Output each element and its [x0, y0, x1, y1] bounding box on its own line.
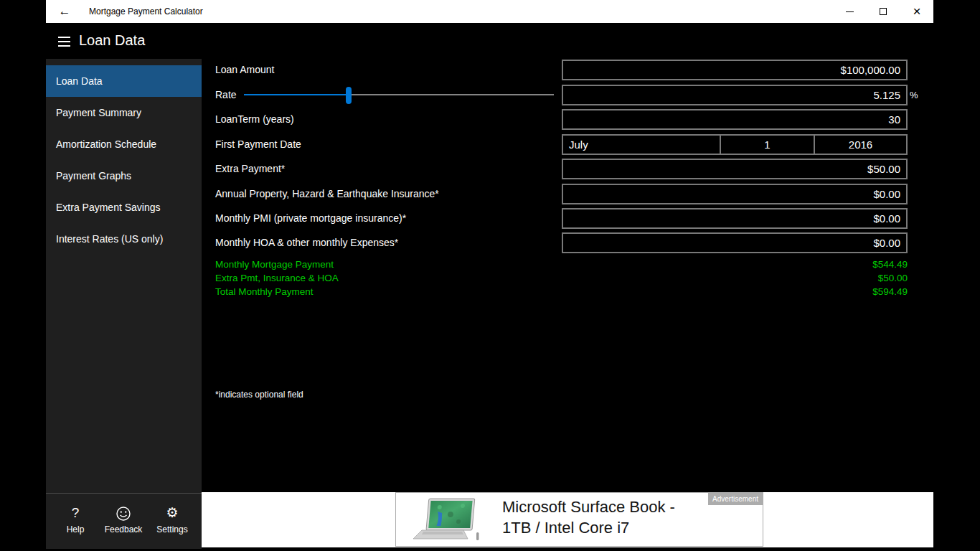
- maximize-button[interactable]: [867, 0, 900, 23]
- advertisement-badge: Advertisement: [708, 493, 763, 505]
- sidebar-item-extra-payment-savings[interactable]: Extra Payment Savings: [46, 192, 202, 223]
- rate-unit-label: %: [910, 85, 918, 105]
- optional-field-note: *indicates optional field: [215, 390, 303, 400]
- ad-text: Microsoft Surface Book - 1TB / Intel Cor…: [502, 496, 675, 538]
- pmi-input[interactable]: [562, 208, 908, 229]
- surface-book-image: [407, 497, 488, 546]
- feedback-button[interactable]: Feedback: [101, 504, 146, 534]
- rate-slider-thumb[interactable]: [346, 87, 352, 104]
- sidebar-footer: ? Help Feedback ⚙ Settings: [46, 493, 202, 549]
- ad-strip: Microsoft Surface Book - 1TB / Intel Cor…: [202, 492, 933, 547]
- loan-amount-label: Loan Amount: [215, 60, 275, 80]
- total-monthly-payment-value: $594.49: [872, 285, 908, 298]
- sidebar-item-amortization-schedule[interactable]: Amortization Schedule: [46, 128, 202, 160]
- pmi-label: Monthly PMI (private mortgage insurance)…: [215, 208, 406, 229]
- date-day-cell[interactable]: 1: [720, 136, 814, 154]
- titlebar: ← Mortgage Payment Calculator ×: [46, 0, 933, 23]
- close-button[interactable]: ×: [900, 0, 933, 23]
- ad-title-line2: 1TB / Intel Core i7: [502, 517, 675, 538]
- rate-input[interactable]: [562, 85, 908, 105]
- date-month-cell[interactable]: July: [563, 136, 720, 154]
- loan-term-label: LoanTerm (years): [215, 109, 294, 130]
- first-payment-date-picker: July 1 2016: [562, 134, 908, 155]
- sidebar-item-payment-graphs[interactable]: Payment Graphs: [46, 160, 202, 192]
- settings-button[interactable]: ⚙ Settings: [150, 504, 194, 534]
- help-label: Help: [53, 524, 98, 534]
- ad-banner[interactable]: Microsoft Surface Book - 1TB / Intel Cor…: [395, 492, 763, 547]
- smiley-face-icon: [101, 504, 146, 522]
- hamburger-icon[interactable]: [58, 37, 72, 47]
- feedback-label: Feedback: [101, 524, 146, 534]
- window-title: Mortgage Payment Calculator: [89, 0, 203, 23]
- ad-title-line1: Microsoft Surface Book -: [502, 496, 675, 517]
- minimize-button[interactable]: [833, 0, 866, 23]
- rate-slider[interactable]: [244, 85, 554, 105]
- date-year-cell[interactable]: 2016: [814, 136, 906, 154]
- help-button[interactable]: ? Help: [53, 504, 98, 534]
- loan-term-input[interactable]: [562, 109, 908, 130]
- gear-icon: ⚙: [150, 504, 194, 522]
- extra-pmt-insurance-hoa-value: $50.00: [878, 271, 908, 285]
- loan-amount-input[interactable]: [562, 60, 908, 80]
- settings-label: Settings: [150, 524, 194, 534]
- first-payment-date-label: First Payment Date: [215, 134, 301, 155]
- total-monthly-payment-label: Total Monthly Payment: [215, 285, 314, 298]
- minimize-icon: [846, 11, 854, 12]
- extra-payment-label: Extra Payment*: [215, 159, 285, 179]
- sidebar-item-payment-summary[interactable]: Payment Summary: [46, 97, 202, 128]
- monthly-mortgage-payment-label: Monthly Mortgage Payment: [215, 258, 334, 271]
- maximize-icon: [880, 8, 887, 15]
- back-arrow-icon: ←: [59, 4, 71, 18]
- close-icon: ×: [913, 0, 920, 23]
- insurance-label: Annual Property, Hazard & Earthquake Ins…: [215, 184, 439, 204]
- sidebar-nav: Loan Data Payment Summary Amortization S…: [46, 65, 202, 255]
- sidebar-item-loan-data[interactable]: Loan Data: [46, 65, 202, 97]
- page-title: Loan Data: [79, 32, 145, 49]
- rate-label: Rate: [215, 85, 237, 105]
- sidebar: Loan Data Payment Summary Amortization S…: [46, 59, 202, 549]
- back-button[interactable]: ←: [53, 0, 76, 23]
- extra-payment-input[interactable]: [562, 159, 908, 179]
- hoa-input[interactable]: [562, 232, 908, 253]
- hoa-label: Monthly HOA & other monthly Expenses*: [215, 232, 398, 253]
- sidebar-item-interest-rates[interactable]: Interest Rates (US only): [46, 223, 202, 255]
- question-mark-icon: ?: [53, 504, 98, 522]
- monthly-mortgage-payment-value: $544.49: [872, 258, 908, 271]
- app-window: ← Mortgage Payment Calculator × Loan Dat…: [46, 0, 933, 549]
- insurance-input[interactable]: [562, 184, 908, 204]
- extra-pmt-insurance-hoa-label: Extra Pmt, Insurance & HOA: [215, 271, 339, 285]
- rate-slider-fill: [244, 94, 349, 95]
